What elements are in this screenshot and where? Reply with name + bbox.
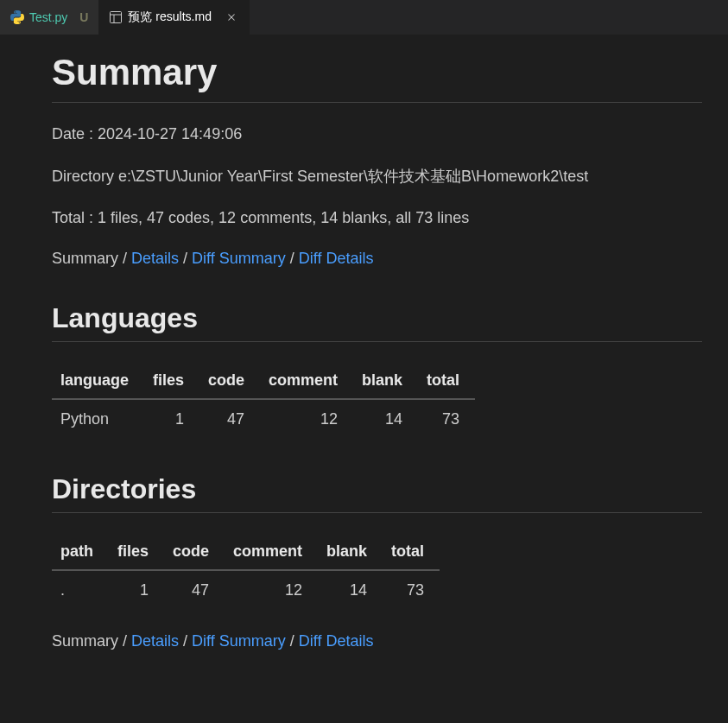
languages-heading: Languages: [52, 302, 702, 342]
th-language: language: [52, 363, 144, 399]
nav-summary: Summary: [52, 632, 118, 650]
date-line: Date : 2024-10-27 14:49:06: [52, 125, 702, 143]
th-files: files: [109, 534, 164, 570]
directories-table: path files code comment blank total . 1 …: [52, 534, 440, 610]
link-details[interactable]: Details: [131, 632, 179, 650]
link-diff-details[interactable]: Diff Details: [299, 632, 374, 650]
table-header-row: path files code comment blank total: [52, 534, 440, 570]
python-icon: [10, 10, 24, 24]
tab-label: 预览 results.md: [128, 10, 211, 25]
th-blank: blank: [353, 363, 418, 399]
table-row: . 1 47 12 14 73: [52, 570, 440, 610]
nav-breadcrumb-bottom: Summary / Details / Diff Summary / Diff …: [52, 632, 702, 650]
close-icon[interactable]: [224, 10, 239, 25]
cell-blank: 14: [318, 570, 383, 610]
cell-blank: 14: [353, 399, 418, 439]
tab-test-py[interactable]: Test.py U: [0, 0, 98, 35]
tab-label: Test.py: [29, 10, 67, 24]
th-code: code: [164, 534, 225, 570]
svg-rect-0: [111, 12, 122, 23]
th-comment: comment: [225, 534, 318, 570]
th-total: total: [383, 534, 440, 570]
link-diff-details[interactable]: Diff Details: [299, 250, 374, 267]
link-diff-summary[interactable]: Diff Summary: [192, 250, 286, 267]
cell-code: 47: [199, 399, 260, 439]
th-total: total: [418, 363, 475, 399]
preview-icon: [109, 10, 123, 24]
th-code: code: [199, 363, 260, 399]
directories-heading: Directories: [52, 473, 702, 513]
total-line: Total : 1 files, 47 codes, 12 comments, …: [52, 209, 702, 227]
cell-code: 47: [164, 570, 225, 610]
cell-files: 1: [144, 399, 199, 439]
cell-comment: 12: [260, 399, 353, 439]
cell-files: 1: [109, 570, 164, 610]
page-title: Summary: [52, 52, 702, 103]
cell-total: 73: [383, 570, 440, 610]
th-files: files: [144, 363, 199, 399]
cell-language: Python: [52, 399, 144, 439]
table-row: Python 1 47 12 14 73: [52, 399, 475, 439]
cell-path: .: [52, 570, 109, 610]
tab-results-md[interactable]: 预览 results.md: [98, 0, 249, 35]
modified-indicator: U: [79, 10, 88, 24]
cell-comment: 12: [225, 570, 318, 610]
table-header-row: language files code comment blank total: [52, 363, 475, 399]
th-path: path: [52, 534, 109, 570]
cell-total: 73: [418, 399, 475, 439]
directory-line: Directory e:\ZSTU\Junior Year\First Seme…: [52, 166, 702, 187]
nav-breadcrumb: Summary / Details / Diff Summary / Diff …: [52, 250, 702, 268]
markdown-preview: Summary Date : 2024-10-27 14:49:06 Direc…: [0, 35, 728, 668]
editor-tabs: Test.py U 预览 results.md: [0, 0, 728, 35]
languages-table: language files code comment blank total …: [52, 363, 475, 439]
th-blank: blank: [318, 534, 383, 570]
link-details[interactable]: Details: [131, 250, 179, 267]
th-comment: comment: [260, 363, 353, 399]
nav-summary: Summary: [52, 250, 118, 267]
link-diff-summary[interactable]: Diff Summary: [192, 632, 286, 650]
